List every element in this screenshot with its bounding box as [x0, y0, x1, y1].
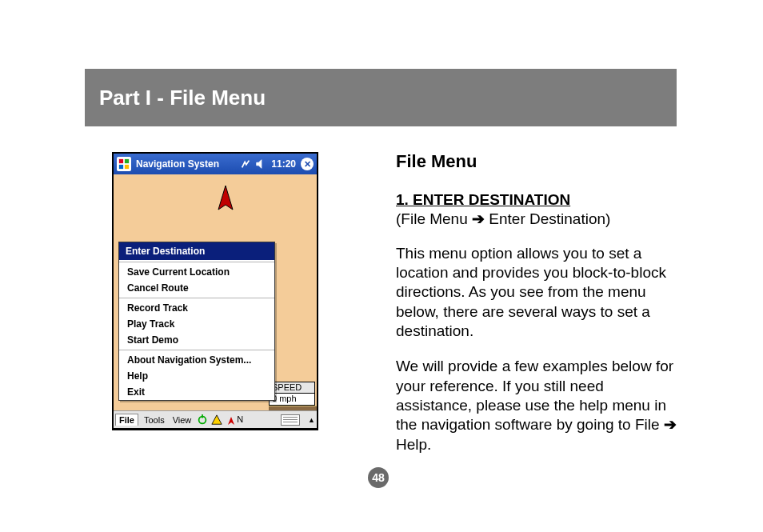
speed-indicator: SPEED 0 mph — [269, 382, 315, 406]
arrow-icon: ➔ — [664, 416, 677, 433]
menu-item-cancel-route[interactable]: Cancel Route — [119, 280, 274, 296]
menu-item-exit[interactable]: Exit — [119, 384, 274, 400]
titlebar: Navigation Systen 11:20 ✕ — [114, 154, 317, 174]
breadcrumb-path: (File Menu ➔ Enter Destination) — [396, 210, 677, 229]
svg-rect-0 — [119, 159, 123, 163]
keyboard-toggle-icon[interactable] — [281, 414, 300, 426]
menu-separator — [119, 262, 274, 262]
file-menu-popup: Enter Destination Save Current Location … — [118, 242, 275, 401]
close-icon[interactable]: ✕ — [301, 158, 314, 170]
menu-separator — [119, 298, 274, 298]
svg-marker-4 — [218, 186, 233, 210]
menu-item-start-demo[interactable]: Start Demo — [119, 332, 274, 348]
pda-screenshot: Navigation Systen 11:20 ✕ SPEED 0 mph En… — [112, 152, 318, 430]
toolbar-north-indicator[interactable]: N — [226, 414, 246, 424]
menu-item-record-track[interactable]: Record Track — [119, 300, 274, 316]
item-title: 1. ENTER DESTINATION — [396, 190, 677, 210]
svg-rect-3 — [125, 165, 129, 169]
page-header-band: Part I - File Menu — [85, 69, 677, 126]
menu-item-help[interactable]: Help — [119, 368, 274, 384]
gps-status-icon[interactable] — [197, 414, 208, 426]
toolbar-view[interactable]: View — [170, 415, 194, 425]
bottom-toolbar: File Tools View N ▲ — [114, 410, 317, 428]
menu-item-about[interactable]: About Navigation System... — [119, 352, 274, 368]
titlebar-icons — [240, 158, 266, 170]
document-body: File Menu 1. ENTER DESTINATION (File Men… — [396, 150, 677, 470]
speed-value: 0 mph — [270, 394, 314, 405]
svg-rect-1 — [125, 159, 129, 163]
toolbar-tools[interactable]: Tools — [142, 415, 167, 425]
titlebar-clock: 11:20 — [271, 158, 296, 170]
svg-rect-2 — [119, 165, 123, 169]
menu-item-save-location[interactable]: Save Current Location — [119, 264, 274, 280]
arrow-icon: ➔ — [472, 210, 485, 227]
svg-marker-8 — [228, 417, 234, 425]
sip-up-arrow-icon[interactable]: ▲ — [308, 416, 315, 424]
windows-start-icon[interactable] — [117, 157, 131, 171]
titlebar-app-name: Navigation Systen — [136, 158, 235, 170]
toolbar-file[interactable]: File — [115, 414, 138, 426]
menu-separator — [119, 350, 274, 350]
page-header-title: Part I - File Menu — [99, 86, 266, 110]
speed-label: SPEED — [270, 382, 314, 394]
warning-icon[interactable] — [211, 414, 222, 426]
paragraph-1: This menu option allows you to set a loc… — [396, 244, 677, 342]
section-title: File Menu — [396, 150, 677, 173]
menu-item-play-track[interactable]: Play Track — [119, 316, 274, 332]
paragraph-2: We will provide a few examples below for… — [396, 357, 677, 454]
volume-icon[interactable] — [255, 158, 266, 170]
page-number-badge: 48 — [368, 467, 389, 488]
connectivity-icon[interactable] — [240, 158, 251, 170]
menu-item-enter-destination[interactable]: Enter Destination — [119, 242, 274, 260]
svg-marker-7 — [212, 414, 222, 423]
